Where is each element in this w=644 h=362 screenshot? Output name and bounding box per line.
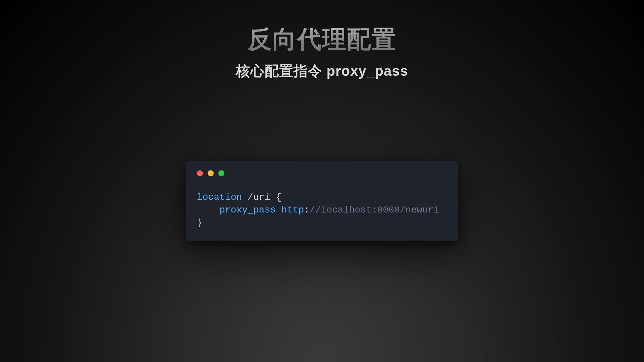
minimize-icon <box>208 170 214 176</box>
maximize-icon <box>218 170 224 176</box>
code-keyword-http: http <box>281 205 304 215</box>
code-indent <box>197 205 219 215</box>
close-icon <box>197 170 203 176</box>
code-colon: : <box>304 205 310 215</box>
code-keyword-proxy-pass: proxy_pass <box>219 205 276 215</box>
code-keyword-location: location <box>197 192 242 202</box>
slide-subtitle: 核心配置指令 proxy_pass <box>0 62 644 80</box>
code-brace-open: { <box>276 192 281 202</box>
code-url-rest: //localhost:8000/newuri <box>310 205 439 215</box>
code-window: location /uri { proxy_pass http://localh… <box>186 161 458 241</box>
slide-title: 反向代理配置 <box>0 0 644 56</box>
slide: 反向代理配置 核心配置指令 proxy_pass location /uri {… <box>0 0 644 362</box>
code-block: location /uri { proxy_pass http://localh… <box>197 191 447 229</box>
code-path-uri: /uri <box>242 192 276 202</box>
code-space <box>276 205 281 215</box>
code-brace-close: } <box>197 218 203 228</box>
window-traffic-lights <box>197 170 447 176</box>
